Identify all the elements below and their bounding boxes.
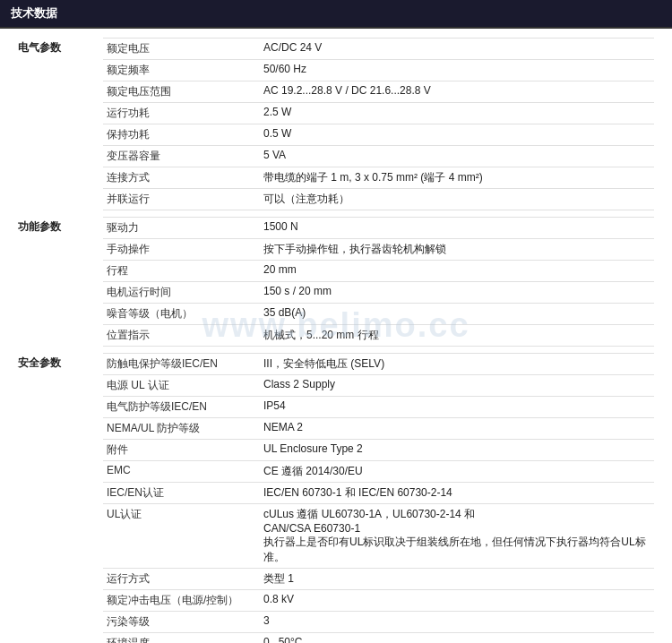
- param-value: 0.8 kV: [260, 590, 654, 612]
- param-value: Class 2 Supply: [260, 375, 654, 397]
- param-name: 附件: [103, 440, 260, 461]
- param-name: 电气防护等级IEC/EN: [103, 397, 260, 418]
- param-name: IEC/EN认证: [103, 483, 260, 504]
- param-name: UL认证: [103, 504, 260, 569]
- group-label: 电气参数: [18, 39, 103, 60]
- param-value: III，安全特低电压 (SELV): [260, 354, 654, 375]
- param-name: 防触电保护等级IEC/EN: [103, 354, 260, 375]
- group-label: [18, 81, 103, 103]
- param-value: 可以（注意功耗）: [260, 189, 654, 210]
- param-name: 额定电压: [103, 39, 260, 60]
- group-label: [18, 146, 103, 167]
- param-value: 按下手动操作钮，执行器齿轮机构解锁: [260, 239, 654, 261]
- group-label: [18, 60, 103, 81]
- group-label: 功能参数: [18, 218, 103, 239]
- content-area: www.belimo.cc 电气参数额定电压AC/DC 24 V额定频率50/6…: [0, 29, 672, 643]
- param-name: EMC: [103, 461, 260, 483]
- param-value: 50/60 Hz: [260, 60, 654, 81]
- group-label: [18, 261, 103, 282]
- param-value: AC/DC 24 V: [260, 39, 654, 60]
- param-name: 环境温度: [103, 633, 260, 644]
- param-name: 变压器容量: [103, 146, 260, 167]
- group-label: [18, 612, 103, 633]
- group-label: [18, 239, 103, 261]
- param-value: 0.5 W: [260, 124, 654, 146]
- param-name: 手动操作: [103, 239, 260, 261]
- param-name: NEMA/UL 防护等级: [103, 418, 260, 440]
- param-name: 保持功耗: [103, 124, 260, 146]
- group-label: [18, 569, 103, 590]
- data-table: 电气参数额定电压AC/DC 24 V额定频率50/60 Hz额定电压范围AC 1…: [18, 38, 654, 643]
- param-name: 污染等级: [103, 612, 260, 633]
- param-name: 并联运行: [103, 189, 260, 210]
- param-value: 5 VA: [260, 146, 654, 167]
- page-header: 技术数据: [0, 0, 672, 29]
- group-label: [18, 504, 103, 569]
- group-label: [18, 418, 103, 440]
- param-name: 电源 UL 认证: [103, 375, 260, 397]
- group-label: [18, 590, 103, 612]
- group-label: [18, 325, 103, 347]
- group-label: [18, 461, 103, 483]
- param-value: 150 s / 20 mm: [260, 282, 654, 304]
- param-name: 位置指示: [103, 325, 260, 347]
- param-value: 带电缆的端子 1 m, 3 x 0.75 mm² (端子 4 mm²): [260, 167, 654, 189]
- param-name: 额定冲击电压（电源/控制）: [103, 590, 260, 612]
- param-name: 电机运行时间: [103, 282, 260, 304]
- param-name: 运行方式: [103, 569, 260, 590]
- param-value: 35 dB(A): [260, 304, 654, 325]
- param-value: 3: [260, 612, 654, 633]
- param-name: 运行功耗: [103, 103, 260, 124]
- param-name: 额定电压范围: [103, 81, 260, 103]
- param-value: 类型 1: [260, 569, 654, 590]
- param-value: 1500 N: [260, 218, 654, 239]
- param-value: IEC/EN 60730-1 和 IEC/EN 60730-2-14: [260, 483, 654, 504]
- param-name: 噪音等级（电机）: [103, 304, 260, 325]
- group-label: [18, 167, 103, 189]
- param-name: 连接方式: [103, 167, 260, 189]
- param-value: 0...50°C: [260, 633, 654, 644]
- param-name: 额定频率: [103, 60, 260, 81]
- group-label: [18, 124, 103, 146]
- param-value: 机械式，5...20 mm 行程: [260, 325, 654, 347]
- param-value: IP54: [260, 397, 654, 418]
- param-value: CE 遵循 2014/30/EU: [260, 461, 654, 483]
- param-value: 20 mm: [260, 261, 654, 282]
- page-title: 技术数据: [11, 6, 57, 20]
- param-value: AC 19.2...28.8 V / DC 21.6...28.8 V: [260, 81, 654, 103]
- group-label: [18, 304, 103, 325]
- group-label: [18, 282, 103, 304]
- group-label: [18, 189, 103, 210]
- group-label: [18, 375, 103, 397]
- group-label: [18, 633, 103, 644]
- group-label: [18, 103, 103, 124]
- param-value: NEMA 2: [260, 418, 654, 440]
- param-name: 行程: [103, 261, 260, 282]
- param-value: cULus 遵循 UL60730-1A，UL60730-2-14 和 CAN/C…: [260, 504, 654, 569]
- param-value: 2.5 W: [260, 103, 654, 124]
- group-label: [18, 440, 103, 461]
- group-label: [18, 483, 103, 504]
- param-name: 驱动力: [103, 218, 260, 239]
- group-label: 安全参数: [18, 354, 103, 375]
- group-label: [18, 397, 103, 418]
- param-value: UL Enclosure Type 2: [260, 440, 654, 461]
